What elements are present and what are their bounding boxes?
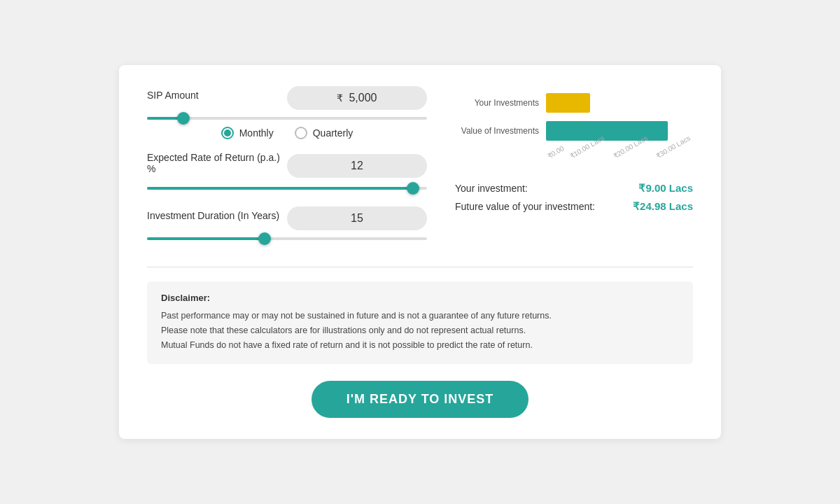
your-investment-result: Your investment: ₹9.00 Lacs — [455, 182, 693, 195]
right-panel: Your Investments Value of Investments ₹0… — [455, 86, 693, 253]
sip-currency-symbol: ₹ — [337, 92, 343, 104]
value-investments-bar — [546, 121, 668, 141]
disclaimer-line1: Past performance may or may not be susta… — [161, 311, 552, 321]
return-rate-slider-fill — [147, 187, 413, 190]
your-investment-label: Your investment: — [455, 183, 528, 194]
disclaimer-section: Disclaimer: Past performance may or may … — [147, 281, 693, 365]
sip-amount-header: SIP Amount ₹ 5,000 — [147, 86, 427, 110]
sip-amount-slider[interactable] — [147, 117, 427, 120]
return-rate-input[interactable]: 12 — [287, 154, 427, 178]
quarterly-radio[interactable]: Quarterly — [295, 127, 354, 139]
top-section: SIP Amount ₹ 5,000 Mont — [147, 86, 693, 253]
disclaimer-text: Past performance may or may not be susta… — [161, 309, 679, 354]
sip-amount-value: 5,000 — [349, 92, 377, 104]
duration-slider-thumb[interactable] — [258, 232, 271, 245]
return-rate-header: Expected Rate of Return (p.a.) % 12 — [147, 152, 427, 180]
your-investment-value: ₹9.00 Lacs — [638, 182, 693, 195]
duration-slider-fill — [147, 237, 265, 240]
value-investments-label: Value of Investments — [455, 126, 539, 136]
quarterly-radio-label: Quarterly — [313, 127, 354, 139]
duration-input[interactable]: 15 — [287, 206, 427, 230]
return-rate-slider-thumb[interactable] — [407, 182, 419, 195]
value-investments-bar-container — [546, 121, 693, 141]
chart-area: Your Investments Value of Investments ₹0… — [455, 93, 693, 161]
return-rate-field: Expected Rate of Return (p.a.) % 12 — [147, 152, 427, 190]
main-divider — [147, 267, 693, 267]
future-value-result: Future value of your investment: ₹24.98 … — [455, 200, 693, 213]
disclaimer-line2: Please note that these calculators are f… — [161, 326, 526, 335]
duration-field: Investment Duration (In Years) 15 — [147, 206, 427, 240]
future-value-label: Future value of your investment: — [455, 201, 595, 212]
quarterly-radio-circle[interactable] — [295, 127, 307, 139]
disclaimer-line3: Mutual Funds do not have a fixed rate of… — [161, 340, 533, 350]
monthly-radio-inner — [224, 130, 231, 136]
your-investments-bar — [546, 93, 590, 113]
sip-amount-label: SIP Amount — [147, 90, 199, 101]
future-value-value: ₹24.98 Lacs — [633, 200, 693, 213]
your-investments-bar-container — [546, 93, 693, 113]
left-panel: SIP Amount ₹ 5,000 Mont — [147, 86, 427, 253]
frequency-radio-group: Monthly Quarterly — [147, 127, 427, 139]
monthly-radio-label: Monthly — [239, 127, 274, 139]
return-rate-value: 12 — [351, 160, 363, 172]
return-rate-label: Expected Rate of Return (p.a.) % — [147, 152, 287, 174]
invest-button[interactable]: I'M READY TO INVEST — [312, 381, 529, 418]
disclaimer-title: Disclaimer: — [161, 293, 679, 303]
sip-amount-slider-thumb[interactable] — [177, 112, 190, 125]
cta-container: I'M READY TO INVEST — [147, 381, 693, 418]
return-rate-slider[interactable] — [147, 187, 427, 190]
chart-axis-ticks: ₹0.00 ₹10.00 Lacs ₹20.00 Lacs ₹30.00 Lac… — [546, 149, 693, 161]
your-investments-label: Your Investments — [455, 98, 539, 108]
monthly-radio-circle[interactable] — [221, 127, 234, 139]
sip-amount-field: SIP Amount ₹ 5,000 Mont — [147, 86, 427, 139]
duration-header: Investment Duration (In Years) 15 — [147, 206, 427, 230]
duration-value: 15 — [351, 212, 363, 225]
sip-amount-input[interactable]: ₹ 5,000 — [287, 86, 427, 110]
duration-slider[interactable] — [147, 237, 427, 240]
axis-label-0: ₹0.00 — [546, 144, 566, 160]
value-investments-row: Value of Investments — [455, 121, 693, 141]
monthly-radio[interactable]: Monthly — [221, 127, 274, 139]
duration-label: Investment Duration (In Years) — [147, 210, 279, 221]
your-investments-row: Your Investments — [455, 93, 693, 113]
results-block: Your investment: ₹9.00 Lacs Future value… — [455, 182, 693, 213]
calculator-container: SIP Amount ₹ 5,000 Mont — [119, 65, 721, 440]
